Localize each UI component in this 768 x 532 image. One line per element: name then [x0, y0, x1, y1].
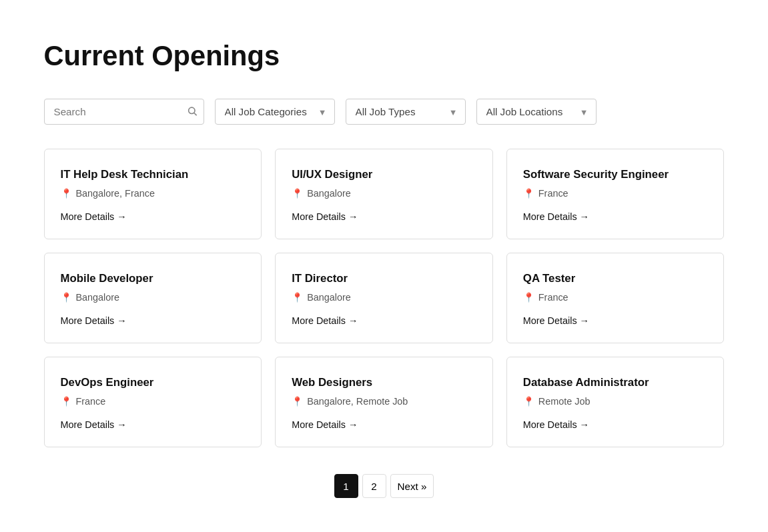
job-location-text: Bangalore [307, 188, 351, 199]
job-location-text: France [538, 292, 568, 303]
location-pin-icon: 📍 [523, 188, 534, 199]
location-pin-icon: 📍 [523, 292, 534, 303]
job-title: IT Director [292, 272, 476, 285]
job-location: 📍 France [523, 292, 708, 303]
more-details-button[interactable]: More Details → [523, 211, 589, 222]
location-pin-icon: 📍 [292, 396, 303, 407]
job-location: 📍 Remote Job [523, 396, 708, 407]
more-details-button[interactable]: More Details → [292, 315, 358, 326]
location-pin-icon: 📍 [292, 188, 303, 199]
more-details-button[interactable]: More Details → [292, 211, 358, 222]
locations-filter: All Job LocationsBangaloreFranceRemote J… [476, 99, 597, 125]
job-location-text: Bangalore [307, 292, 351, 303]
job-title: DevOps Engineer [61, 376, 246, 389]
page-button-1[interactable]: 1 [334, 474, 358, 498]
job-title: Web Designers [292, 376, 476, 389]
location-pin-icon: 📍 [523, 396, 534, 407]
search-wrapper [44, 99, 204, 125]
svg-point-0 [188, 107, 194, 113]
page-button-2[interactable]: 2 [362, 474, 386, 498]
job-location: 📍 Bangalore [292, 292, 476, 303]
job-card: Mobile Developer 📍 Bangalore More Detail… [44, 253, 262, 343]
search-input[interactable] [44, 99, 204, 125]
job-location: 📍 Bangalore, France [61, 188, 246, 199]
more-details-button[interactable]: More Details → [61, 315, 127, 326]
job-title: Mobile Developer [61, 272, 246, 285]
pagination: 12Next » [44, 474, 725, 498]
job-title: UI/UX Designer [292, 168, 476, 181]
job-location-text: France [76, 396, 106, 407]
job-location: 📍 France [523, 188, 708, 199]
job-location: 📍 Bangalore, Remote Job [292, 396, 476, 407]
job-title: QA Tester [523, 272, 708, 285]
jobs-grid: IT Help Desk Technician 📍 Bangalore, Fra… [44, 149, 725, 447]
job-title: Software Security Engineer [523, 168, 708, 181]
more-details-button[interactable]: More Details → [61, 419, 127, 430]
location-pin-icon: 📍 [61, 188, 72, 199]
job-location: 📍 France [61, 396, 246, 407]
more-details-button[interactable]: More Details → [523, 419, 589, 430]
job-location-text: Bangalore, Remote Job [307, 396, 408, 407]
job-location: 📍 Bangalore [61, 292, 246, 303]
types-select[interactable]: All Job TypesFull-timePart-timeContractR… [346, 99, 466, 125]
more-details-button[interactable]: More Details → [292, 419, 358, 430]
categories-select[interactable]: All Job CategoriesEngineeringDesignOpera… [215, 99, 335, 125]
job-card: DevOps Engineer 📍 France More Details → [44, 357, 262, 447]
search-button[interactable] [187, 105, 198, 118]
filters-bar: All Job CategoriesEngineeringDesignOpera… [44, 99, 725, 125]
job-location-text: Bangalore [76, 292, 120, 303]
location-pin-icon: 📍 [61, 396, 72, 407]
categories-filter: All Job CategoriesEngineeringDesignOpera… [215, 99, 335, 125]
location-pin-icon: 📍 [292, 292, 303, 303]
job-location-text: Bangalore, France [76, 188, 155, 199]
job-location-text: Remote Job [538, 396, 591, 407]
next-page-button[interactable]: Next » [390, 474, 434, 498]
job-location-text: France [538, 188, 568, 199]
more-details-button[interactable]: More Details → [61, 211, 127, 222]
job-card: Software Security Engineer 📍 France More… [506, 149, 725, 239]
job-card: Database Administrator 📍 Remote Job More… [506, 357, 725, 447]
job-card: IT Director 📍 Bangalore More Details → [275, 253, 493, 343]
more-details-button[interactable]: More Details → [523, 315, 589, 326]
locations-select[interactable]: All Job LocationsBangaloreFranceRemote J… [476, 99, 597, 125]
job-card: Web Designers 📍 Bangalore, Remote Job Mo… [275, 357, 493, 447]
page-container: Current Openings All Job CategoriesEngin… [17, 0, 751, 532]
job-card: UI/UX Designer 📍 Bangalore More Details … [275, 149, 493, 239]
job-card: QA Tester 📍 France More Details → [506, 253, 725, 343]
job-title: Database Administrator [523, 376, 708, 389]
job-location: 📍 Bangalore [292, 188, 476, 199]
types-filter: All Job TypesFull-timePart-timeContractR… [346, 99, 466, 125]
svg-line-1 [194, 113, 197, 115]
job-title: IT Help Desk Technician [61, 168, 246, 181]
page-title: Current Openings [44, 40, 725, 72]
job-card: IT Help Desk Technician 📍 Bangalore, Fra… [44, 149, 262, 239]
location-pin-icon: 📍 [61, 292, 72, 303]
